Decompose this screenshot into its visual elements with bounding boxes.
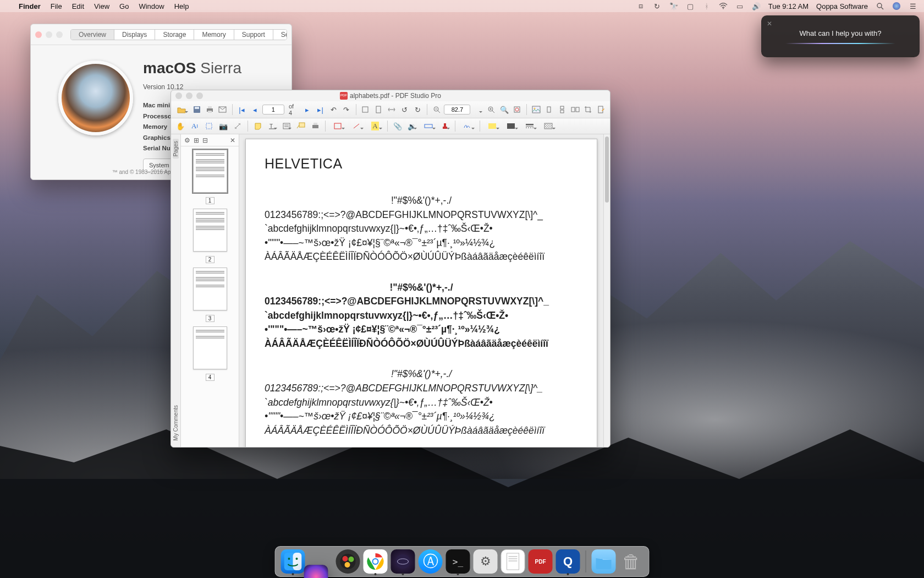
notification-center-icon[interactable]: ☰ [909,2,917,10]
page-number-input[interactable] [262,105,284,114]
menu-edit[interactable]: Edit [72,2,84,10]
rotate-ccw-button[interactable]: ↺ [399,103,410,116]
zoom-button[interactable] [56,31,63,38]
edit-page-button[interactable] [596,103,607,116]
sticky-note-button[interactable] [252,120,264,132]
tab-memory[interactable]: Memory [194,30,234,40]
first-page-button[interactable]: |◂ [237,103,248,116]
vertical-scrollbar[interactable] [603,134,610,447]
text-select-button[interactable]: AI [189,120,201,132]
callout-button[interactable] [295,120,307,132]
save-button[interactable] [191,103,202,116]
thumbnail-page-3[interactable] [193,268,227,310]
attach-file-button[interactable]: 📎 [392,120,404,132]
menu-go[interactable]: Go [119,2,129,10]
dropbox-icon[interactable]: ⧈ [636,2,645,10]
volume-icon[interactable]: 🔊 [752,2,761,10]
actual-size-button[interactable] [360,103,371,116]
thumbs-close-icon[interactable]: ✕ [230,137,235,144]
signature-button[interactable] [459,120,476,132]
zoom-in-button[interactable] [486,103,497,116]
next-view-button[interactable]: ↷ [341,103,352,116]
dock-app-textedit[interactable] [501,549,525,574]
wifi-icon[interactable] [719,2,728,10]
thumbnail-page-1[interactable] [193,150,227,193]
side-tab-pages[interactable]: Pages [173,139,179,159]
crop-button[interactable] [583,103,594,116]
thumbnail-page-2[interactable] [193,209,227,252]
next-page-button[interactable]: ▸ [302,103,313,116]
tab-displays[interactable]: Displays [114,30,155,40]
scan-button[interactable] [309,120,321,132]
menubar-app-name[interactable]: Finder [19,2,41,10]
dock-app-siri[interactable] [304,565,328,578]
side-tab-comments[interactable]: My Comments [173,403,179,443]
shape-line-button[interactable] [348,120,365,132]
close-button[interactable] [35,31,42,38]
hand-tool-button[interactable]: ✋ [174,120,186,132]
select-object-button[interactable] [203,120,215,132]
page-layout-facing-button[interactable] [570,103,581,116]
transparency-button[interactable] [540,120,557,132]
zoom-input[interactable] [444,105,470,114]
tab-service[interactable]: Service [273,30,287,40]
battery-icon[interactable]: ▭ [735,2,744,10]
tab-overview[interactable]: Overview [71,30,114,40]
distance-tool-button[interactable] [232,120,244,132]
tab-support[interactable]: Support [234,30,273,40]
page-layout-cont-button[interactable] [557,103,568,116]
text-box-button[interactable] [280,120,293,132]
dock-app-appstore[interactable]: Ⓐ [419,549,443,574]
thumbs-options-icon[interactable]: ⚙ [184,137,190,144]
insert-image-button[interactable] [531,103,542,116]
menu-file[interactable]: File [51,2,62,10]
thumbs-enlarge-icon[interactable]: ⊞ [194,137,199,144]
typewriter-button[interactable]: T [266,120,278,132]
dock-app-system-preferences[interactable]: ⚙︎ [474,549,498,574]
menu-help[interactable]: Help [174,2,189,10]
menubar-clock[interactable]: Tue 9:12 AM [768,2,809,10]
close-button[interactable] [175,92,182,99]
zoom-dropdown[interactable] [472,103,483,116]
thumbs-shrink-icon[interactable]: ⊟ [202,137,208,144]
minimize-button[interactable] [186,92,193,99]
email-button[interactable] [217,103,228,116]
pdf-window-titlebar[interactable]: alphabets.pdf - PDF Studio Pro [171,90,610,101]
prev-view-button[interactable]: ↶ [328,103,339,116]
dock-app-eclipse[interactable] [391,549,415,574]
page-layout-single-button[interactable] [544,103,555,116]
fit-page-button[interactable] [373,103,384,116]
binoculars-icon[interactable]: 🔭 [669,2,678,10]
line-style-button[interactable] [521,120,538,132]
sound-button[interactable]: 🔉 [406,120,418,132]
siri-menubar-icon[interactable] [892,2,901,10]
snapshot-button[interactable]: 📷 [217,120,229,132]
dock-app-chrome[interactable] [364,549,388,574]
open-button[interactable] [174,103,189,116]
zoom-button[interactable] [196,92,203,99]
zoom-tool-button[interactable]: 🔍 [499,103,510,116]
area-fill-button[interactable] [503,120,519,132]
shape-rect-button[interactable] [329,120,346,132]
dock-downloads-stack[interactable] [592,549,616,574]
last-page-button[interactable]: ▸| [315,103,326,116]
document-viewport[interactable]: HELVETICA !"#$%&'()*+,-./ 0123456789:;<=… [239,134,603,447]
dock-trash[interactable]: 🗑 [619,549,644,574]
menubar-right-app[interactable]: Qoppa Software [816,2,868,10]
tab-storage[interactable]: Storage [155,30,194,40]
siri-close-icon[interactable]: ✕ [767,20,772,28]
dock-app-pdf[interactable]: PDF [529,549,553,574]
highlight-area-button[interactable] [484,120,501,132]
highlight-text-button[interactable]: A [367,120,383,132]
dock-app-finder[interactable] [281,549,305,574]
dock-app-terminal[interactable]: >_ [446,549,470,574]
loupe-button[interactable] [512,103,522,116]
menu-window[interactable]: Window [139,2,164,10]
prev-page-button[interactable]: ◂ [249,103,260,116]
timemachine-icon[interactable]: ↻ [653,2,662,10]
dock-app-qoppa[interactable]: Q [556,549,580,574]
zoom-out-button[interactable] [431,103,442,116]
stamp-button[interactable] [439,120,451,132]
bluetooth-icon[interactable]: ᚼ [702,2,711,10]
rotate-cw-button[interactable]: ↻ [412,103,423,116]
